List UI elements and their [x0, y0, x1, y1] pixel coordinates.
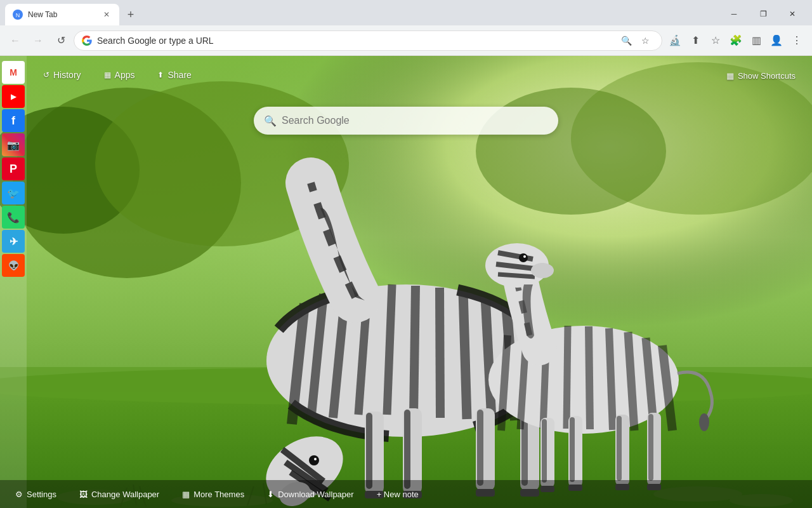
- svg-point-62: [531, 263, 554, 278]
- svg-line-24: [485, 296, 492, 420]
- active-tab[interactable]: N New Tab ✕: [5, 4, 119, 25]
- show-shortcuts-button[interactable]: ▦ Show Shortcuts: [720, 67, 802, 84]
- search-bar[interactable]: 🔍: [254, 107, 558, 135]
- sidebar-icon-reddit[interactable]: 👽: [2, 254, 25, 277]
- share-nav-item[interactable]: ⬆ Share: [151, 66, 197, 84]
- sidebar-toggle-button[interactable]: ▥: [746, 30, 766, 51]
- download-wallpaper-label: Download Wallpaper: [278, 490, 353, 499]
- sidebar-icon-youtube[interactable]: ▶: [2, 85, 25, 108]
- svg-point-32: [309, 455, 319, 465]
- download-wallpaper-icon: ⬇: [267, 490, 274, 499]
- tab-favicon: N: [13, 10, 23, 20]
- maximize-button[interactable]: ❐: [749, 5, 778, 23]
- url-bar[interactable]: Search Google or type a URL 🔍 ☆: [74, 30, 662, 51]
- close-button[interactable]: ✕: [778, 5, 807, 23]
- settings-icon: ⚙: [15, 490, 23, 499]
- history-icon: ↺: [43, 70, 49, 79]
- toolbar-right: 🔬 ⬆ ☆ 🧩 ▥ 👤 ⋮: [665, 30, 807, 51]
- sidebar-icon-twitter[interactable]: 🐦: [2, 182, 25, 204]
- svg-line-52: [589, 326, 590, 429]
- svg-line-21: [414, 286, 416, 417]
- search-icon: 🔍: [264, 115, 277, 127]
- url-text: Search Google or type a URL: [97, 36, 612, 46]
- new-tab-content: M ▶ f 📷 P 🐦 📞 ✈ 👽 ↺ History ▦ Apps ⬆ Sha…: [0, 56, 812, 508]
- svg-rect-41: [477, 410, 483, 486]
- lens-icon[interactable]: 🔍: [617, 32, 635, 50]
- download-wallpaper-button[interactable]: ⬇ Download Wallpaper: [262, 487, 358, 502]
- svg-rect-69: [570, 417, 575, 482]
- refresh-button[interactable]: ↺: [51, 30, 71, 51]
- svg-rect-72: [617, 416, 622, 481]
- settings-label: Settings: [27, 490, 56, 499]
- sidebar-icon-instagram[interactable]: 📷: [2, 133, 25, 156]
- sidebar-icon-gmail[interactable]: M: [2, 61, 25, 84]
- tab-bar: N New Tab ✕ + ─ ❐ ✕: [0, 0, 812, 25]
- settings-button[interactable]: ⚙ Settings: [10, 487, 62, 502]
- svg-line-61: [498, 274, 535, 277]
- apps-nav-item[interactable]: ▦ Apps: [98, 66, 141, 84]
- more-themes-icon: ▦: [182, 490, 190, 499]
- change-wallpaper-button[interactable]: 🖼 Change Wallpaper: [74, 487, 164, 502]
- share-icon: ⬆: [157, 70, 164, 79]
- sidebar: M ▶ f 📷 P 🐦 📞 ✈ 👽: [0, 56, 27, 508]
- svg-rect-75: [648, 414, 653, 481]
- share-label: Share: [167, 70, 191, 80]
- svg-line-22: [440, 288, 440, 418]
- google-logo: [82, 36, 92, 46]
- bookmark-icon[interactable]: ☆: [636, 32, 654, 50]
- history-nav-item[interactable]: ↺ History: [37, 66, 88, 84]
- svg-rect-38: [404, 410, 410, 489]
- forward-button[interactable]: →: [28, 30, 48, 51]
- history-label: History: [53, 70, 81, 80]
- bookmark-star-button[interactable]: ☆: [705, 30, 726, 51]
- shortcuts-icon: ▦: [726, 71, 734, 81]
- new-tab-button[interactable]: +: [122, 6, 140, 23]
- new-note-button[interactable]: + New note: [372, 487, 424, 502]
- apps-icon: ▦: [104, 70, 111, 79]
- sidebar-icon-facebook[interactable]: f: [2, 109, 25, 132]
- svg-point-64: [523, 255, 526, 258]
- url-actions: 🔍 ☆: [617, 32, 654, 50]
- apps-label: Apps: [115, 70, 135, 80]
- extensions-button[interactable]: 🧩: [726, 30, 746, 51]
- svg-point-63: [519, 253, 528, 262]
- svg-line-51: [566, 326, 568, 429]
- browser-frame: N New Tab ✕ + ─ ❐ ✕ ← → ↺ Search Google …: [0, 0, 812, 508]
- change-wallpaper-icon: 🖼: [79, 490, 88, 499]
- more-themes-button[interactable]: ▦ More Themes: [177, 487, 249, 502]
- more-themes-label: More Themes: [193, 490, 244, 499]
- bottom-bar: ⚙ Settings 🖼 Change Wallpaper ▦ More The…: [0, 480, 812, 508]
- sidebar-icon-pinterest[interactable]: P: [2, 157, 25, 180]
- change-wallpaper-label: Change Wallpaper: [91, 490, 159, 499]
- sidebar-icon-telegram[interactable]: ✈: [2, 230, 25, 253]
- address-bar: ← → ↺ Search Google or type a URL 🔍 ☆ 🔬 …: [0, 25, 812, 56]
- new-note-label: + New note: [377, 490, 419, 499]
- sidebar-icon-whatsapp[interactable]: 📞: [2, 206, 25, 229]
- svg-point-33: [314, 458, 317, 460]
- svg-line-53: [609, 328, 613, 430]
- search-container: 🔍: [254, 107, 558, 135]
- svg-line-20: [387, 284, 392, 415]
- search-input[interactable]: [282, 115, 548, 126]
- window-controls: ─ ❐ ✕: [719, 5, 807, 23]
- svg-rect-35: [366, 413, 372, 489]
- menu-button[interactable]: ⋮: [787, 30, 807, 51]
- top-nav: ↺ History ▦ Apps ⬆ Share: [27, 56, 812, 94]
- svg-point-77: [699, 413, 709, 431]
- svg-line-23: [463, 291, 467, 419]
- shortcuts-label: Show Shortcuts: [738, 71, 796, 81]
- tab-title: New Tab: [28, 10, 96, 19]
- svg-rect-66: [542, 419, 547, 483]
- minimize-button[interactable]: ─: [719, 5, 749, 23]
- tab-close-button[interactable]: ✕: [102, 10, 112, 20]
- search-labs-button[interactable]: 🔬: [665, 30, 685, 51]
- profile-button[interactable]: 👤: [766, 30, 787, 51]
- share-button[interactable]: ⬆: [685, 30, 705, 51]
- svg-text:N: N: [16, 12, 20, 18]
- back-button[interactable]: ←: [5, 30, 25, 51]
